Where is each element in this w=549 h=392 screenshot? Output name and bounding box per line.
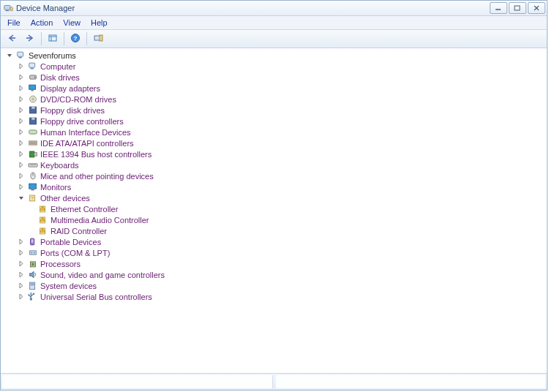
tree-item[interactable]: Display adapters <box>17 83 547 94</box>
tree-item[interactable]: Universal Serial Bus controllers <box>17 291 547 302</box>
svg-rect-23 <box>31 90 34 91</box>
svg-rect-30 <box>29 130 37 134</box>
tree-item-label: DVD/CD-ROM drives <box>40 95 116 104</box>
arrow-left-icon <box>7 34 17 44</box>
svg-line-5 <box>534 6 539 10</box>
expander-closed-icon[interactable] <box>17 95 26 104</box>
help-button[interactable]: ? <box>67 31 84 47</box>
tree-item[interactable]: IEEE 1394 Bus host controllers <box>17 148 547 159</box>
tree-item-label: Computer <box>40 62 75 71</box>
ieee-icon <box>27 149 38 159</box>
monitor-icon <box>27 182 38 192</box>
expander-closed-icon[interactable] <box>17 282 26 290</box>
tree-item[interactable]: Processors <box>17 258 547 269</box>
menubar: FileActionViewHelp <box>1 16 547 30</box>
menu-action[interactable]: Action <box>26 17 59 29</box>
toolbar-separator <box>41 32 42 45</box>
tree-item[interactable]: Computer <box>17 61 547 72</box>
expander-closed-icon[interactable] <box>17 238 26 246</box>
svg-point-25 <box>31 98 34 100</box>
svg-rect-2 <box>10 7 12 10</box>
svg-rect-35 <box>34 153 37 156</box>
expander-closed-icon[interactable] <box>17 117 26 126</box>
menu-file[interactable]: File <box>2 17 26 29</box>
tree-item[interactable]: Floppy drive controllers <box>17 116 547 127</box>
warn-icon: ! <box>37 226 48 235</box>
svg-rect-4 <box>515 6 520 10</box>
tree-item-label: Monitors <box>40 183 71 192</box>
keyboard-icon <box>27 160 38 170</box>
device-tree[interactable]: SevenforumsComputerDisk drivesDisplay ad… <box>1 48 547 373</box>
tree-item[interactable]: Ports (COM & LPT) <box>17 247 547 258</box>
tree-item[interactable]: !Ethernet Controller <box>29 203 547 214</box>
expander-closed-icon[interactable] <box>17 172 26 181</box>
tree-item[interactable]: ?Other devices <box>17 192 547 203</box>
tree-item-label: Ethernet Controller <box>51 205 118 214</box>
svg-rect-16 <box>17 52 23 56</box>
minimize-button[interactable] <box>490 2 507 14</box>
forward-button[interactable] <box>21 31 39 47</box>
expander-closed-icon[interactable] <box>17 128 26 137</box>
tree-item[interactable]: IDE ATA/ATAPI controllers <box>17 137 547 148</box>
tree-item[interactable]: Disk drives <box>17 72 547 83</box>
tree-item[interactable]: Monitors <box>17 181 547 192</box>
warn-icon: ! <box>37 204 48 214</box>
expander-open-icon[interactable] <box>17 194 26 203</box>
tree-item[interactable]: Floppy disk drives <box>17 105 547 116</box>
svg-text:?: ? <box>31 195 34 200</box>
svg-rect-19 <box>30 68 33 69</box>
tree-item-label: Ports (COM & LPT) <box>40 249 110 257</box>
svg-text:!: ! <box>42 228 42 233</box>
statusbar <box>1 373 547 390</box>
view-button[interactable] <box>44 31 61 47</box>
svg-rect-27 <box>31 107 34 109</box>
tree-item[interactable]: Portable Devices <box>17 236 547 247</box>
svg-line-6 <box>534 6 539 10</box>
sound-icon <box>27 270 38 279</box>
maximize-button[interactable] <box>509 2 526 14</box>
svg-rect-52 <box>29 251 36 255</box>
svg-point-54 <box>33 252 34 254</box>
expander-closed-icon[interactable] <box>17 139 26 148</box>
expander-closed-icon[interactable] <box>17 183 26 192</box>
svg-rect-22 <box>29 85 35 89</box>
svg-text:!: ! <box>42 217 42 222</box>
svg-rect-9 <box>49 35 56 41</box>
expander-open-icon[interactable] <box>5 51 14 60</box>
back-button[interactable] <box>3 31 20 47</box>
svg-rect-15 <box>100 35 102 41</box>
tree-item-label: Universal Serial Bus controllers <box>40 293 152 301</box>
tree-item[interactable]: System devices <box>17 280 547 291</box>
expander-closed-icon[interactable] <box>17 161 26 170</box>
tree-item[interactable]: Keyboards <box>17 159 547 170</box>
toolbar-separator <box>86 32 87 45</box>
menu-view[interactable]: View <box>58 17 86 29</box>
svg-rect-31 <box>29 141 37 145</box>
scan-button[interactable] <box>89 31 107 47</box>
expander-closed-icon[interactable] <box>17 73 26 82</box>
close-button[interactable] <box>528 2 545 14</box>
tree-item-label: Keyboards <box>40 161 79 170</box>
tree-item-label: Sevenforums <box>29 51 76 60</box>
expander-closed-icon[interactable] <box>17 260 26 268</box>
expander-closed-icon[interactable] <box>17 249 26 257</box>
tree-item[interactable]: !RAID Controller <box>29 225 547 236</box>
tree-item[interactable]: Mice and other pointing devices <box>17 170 547 181</box>
svg-rect-51 <box>31 239 33 242</box>
expander-closed-icon[interactable] <box>17 293 26 301</box>
tree-item[interactable]: Human Interface Devices <box>17 127 547 137</box>
svg-rect-40 <box>29 184 36 189</box>
expander-closed-icon[interactable] <box>17 84 26 93</box>
expander-closed-icon[interactable] <box>17 62 26 71</box>
status-cell-right <box>276 375 546 388</box>
expander-closed-icon[interactable] <box>17 150 26 159</box>
menu-help[interactable]: Help <box>86 17 113 29</box>
tree-item[interactable]: DVD/CD-ROM drives <box>17 94 547 105</box>
expander-closed-icon[interactable] <box>17 106 26 115</box>
svg-rect-0 <box>4 5 10 10</box>
toolbar: ? <box>1 30 547 48</box>
tree-item[interactable]: !Multimedia Audio Controller <box>29 214 547 225</box>
tree-item[interactable]: Sevenforums <box>5 50 547 61</box>
tree-item[interactable]: Sound, video and game controllers <box>17 269 547 280</box>
expander-closed-icon[interactable] <box>17 271 26 279</box>
